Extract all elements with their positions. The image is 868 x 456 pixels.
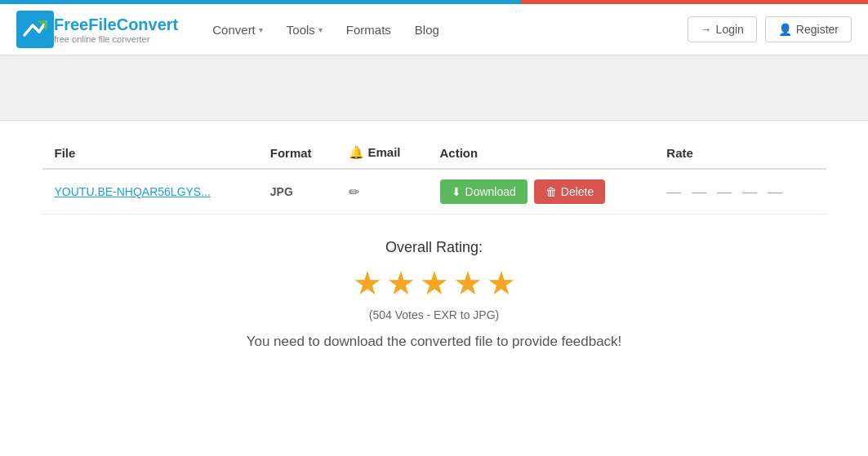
logo-icon — [16, 11, 54, 48]
rating-section: Overall Rating: ★ ★ ★ ★ ★ (504 Votes - E… — [42, 239, 826, 350]
col-header-email: 🔔 Email — [336, 137, 427, 169]
star-2[interactable]: ★ — [386, 264, 416, 302]
action-cell: ⬇ Download 🗑 Delete — [440, 179, 643, 204]
logo-text: FreeFileConvert free online file convert… — [54, 15, 178, 44]
convert-dropdown-arrow: ▾ — [259, 25, 263, 34]
nav-convert[interactable]: Convert ▾ — [203, 16, 273, 43]
file-link[interactable]: YOUTU.BE-NHQAR56LGYS... — [55, 185, 211, 198]
tools-dropdown-arrow: ▾ — [318, 25, 323, 34]
col-header-action: Action — [428, 137, 655, 169]
feedback-message: You need to download the converted file … — [42, 334, 826, 350]
star-5[interactable]: ★ — [487, 264, 516, 302]
logo-link[interactable]: FreeFileConvert free online file convert… — [16, 11, 178, 48]
download-button[interactable]: ⬇ Download — [440, 179, 527, 204]
register-icon: 👤 — [778, 23, 792, 36]
logo-subtitle: free online file converter — [54, 34, 178, 44]
star-1[interactable]: ★ — [353, 264, 382, 302]
nav-right: → Login 👤 Register — [688, 16, 852, 42]
bell-icon: 🔔 — [349, 145, 364, 159]
navbar: FreeFileConvert free online file convert… — [0, 4, 868, 55]
col-header-format: Format — [258, 137, 337, 169]
login-icon: → — [701, 23, 712, 36]
delete-button[interactable]: 🗑 Delete — [534, 179, 605, 204]
ad-banner — [0, 55, 868, 121]
star-4[interactable]: ★ — [453, 264, 483, 302]
star-3[interactable]: ★ — [420, 264, 449, 302]
table-row: YOUTU.BE-NHQAR56LGYS... JPG ✏ ⬇ Download — [42, 169, 826, 215]
nav-blog[interactable]: Blog — [405, 16, 449, 43]
col-header-file: File — [42, 137, 258, 169]
col-header-rate: Rate — [654, 137, 826, 169]
rating-votes: (504 Votes - EXR to JPG) — [42, 308, 826, 321]
nav-tools[interactable]: Tools ▾ — [277, 16, 332, 43]
nav-links: Convert ▾ Tools ▾ Formats Blog — [203, 16, 687, 43]
login-button[interactable]: → Login — [688, 16, 757, 42]
main-content: File Format 🔔 Email Action Rate YOUTU.BE… — [26, 121, 843, 383]
stars-row: ★ ★ ★ ★ ★ — [42, 264, 826, 302]
register-button[interactable]: 👤 Register — [765, 16, 852, 42]
rating-dashes: — — — — — — [666, 184, 786, 200]
logo-title: FreeFileConvert — [54, 15, 178, 34]
nav-formats[interactable]: Formats — [336, 16, 401, 43]
delete-icon: 🗑 — [545, 185, 557, 198]
email-edit-icon[interactable]: ✏ — [349, 185, 359, 199]
overall-rating-title: Overall Rating: — [42, 239, 826, 256]
download-icon: ⬇ — [452, 185, 461, 198]
format-badge: JPG — [270, 185, 293, 198]
file-table: File Format 🔔 Email Action Rate YOUTU.BE… — [42, 137, 826, 215]
